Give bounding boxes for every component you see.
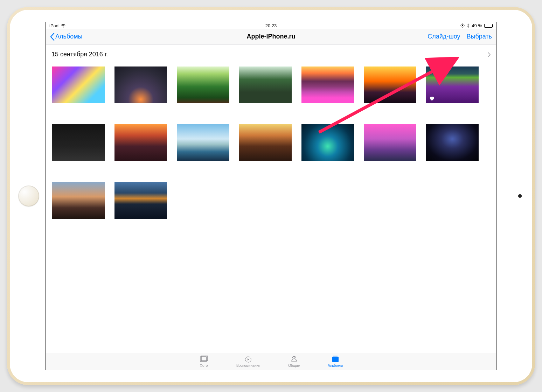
wifi-icon: [61, 24, 66, 28]
home-button[interactable]: [18, 186, 39, 206]
photo-clouds-colorful[interactable]: [52, 66, 105, 103]
front-camera: [518, 194, 522, 198]
back-label: Альбомы: [55, 33, 83, 40]
svg-rect-5: [333, 356, 338, 357]
battery-icon: [484, 24, 493, 28]
chevron-left-icon: [50, 33, 55, 41]
photo-city-dusk[interactable]: [114, 66, 167, 103]
photo-coral-reef[interactable]: [301, 124, 354, 161]
photo-forest-road[interactable]: [239, 66, 292, 103]
bluetooth-icon: [467, 23, 470, 28]
status-time: 20:23: [265, 23, 277, 28]
svg-rect-4: [332, 357, 339, 362]
tab-label: Фото: [200, 364, 208, 368]
photo-volcano-fog[interactable]: [52, 182, 105, 219]
photo-mountain-pink[interactable]: [364, 124, 416, 161]
photo-milky-way[interactable]: [426, 124, 479, 161]
ipad-frame: iPad 20:23 49 % Альбомы Apple-iPhone.ru: [7, 7, 535, 385]
status-bar: iPad 20:23 49 %: [46, 22, 496, 29]
tab-label: Воспоминания: [236, 364, 260, 368]
tab-shared[interactable]: Общие: [288, 356, 300, 368]
orientation-lock-icon: [460, 23, 465, 28]
device-label: iPad: [49, 23, 58, 28]
photo-grid: [46, 62, 496, 233]
select-button[interactable]: Выбрать: [466, 33, 492, 40]
photo-forest-path[interactable]: [177, 66, 229, 103]
battery-percent: 49 %: [472, 23, 482, 28]
photo-mountain-reflection[interactable]: [114, 182, 167, 219]
chevron-right-icon[interactable]: [488, 52, 491, 57]
albums-icon: [331, 356, 340, 363]
page-title: Apple-iPhone.ru: [247, 33, 296, 40]
back-button[interactable]: Альбомы: [50, 33, 83, 41]
tab-photos[interactable]: Фото: [199, 356, 208, 368]
screen: iPad 20:23 49 % Альбомы Apple-iPhone.ru: [46, 22, 496, 370]
navigation-bar: Альбомы Apple-iPhone.ru Слайд-шоу Выбрат…: [46, 29, 496, 44]
tab-bar: ФотоВоспоминанияОбщиеАльбомы: [46, 353, 496, 370]
slideshow-button[interactable]: Слайд-шоу: [428, 33, 460, 40]
photo-mountain-lake[interactable]: [177, 124, 229, 161]
tab-memories[interactable]: Воспоминания: [236, 356, 260, 368]
photo-ocean-sunset-dark[interactable]: [114, 124, 167, 161]
tab-label: Альбомы: [328, 364, 343, 368]
photo-mountain-orange[interactable]: [239, 124, 292, 161]
photos-icon: [199, 356, 208, 363]
date-header: 15 сентября 2016 г.: [51, 51, 108, 58]
photo-mountain-flowers[interactable]: [301, 66, 354, 103]
tab-albums[interactable]: Альбомы: [328, 356, 343, 368]
photo-ocean-sunset[interactable]: [364, 66, 416, 103]
section-header: 15 сентября 2016 г.: [46, 44, 496, 62]
tab-label: Общие: [288, 364, 300, 368]
memories-icon: [244, 356, 253, 363]
shared-icon: [290, 356, 299, 363]
content-area: 15 сентября 2016 г.: [46, 44, 496, 353]
photo-lavender-field[interactable]: [426, 66, 479, 103]
photo-motorcycle-dark[interactable]: [52, 124, 105, 161]
favorite-icon: [429, 96, 435, 101]
